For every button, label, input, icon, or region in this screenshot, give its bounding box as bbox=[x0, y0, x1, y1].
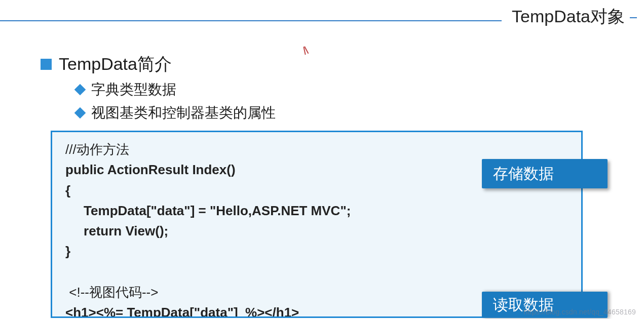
section-heading-row: TempData简介 bbox=[41, 53, 172, 76]
code-line-8: <!--视图代码--> bbox=[65, 285, 158, 300]
code-line-1: ///动作方法 bbox=[65, 142, 129, 157]
code-line-3: { bbox=[65, 183, 70, 198]
section-heading: TempData简介 bbox=[59, 53, 172, 76]
diamond-bullet-icon bbox=[74, 84, 86, 96]
badge-store-data: 存储数据 bbox=[482, 159, 608, 188]
bullet-text-2: 视图基类和控制器基类的属性 bbox=[91, 103, 276, 123]
cursor-mark-icon bbox=[302, 45, 312, 56]
square-bullet-icon bbox=[41, 59, 52, 70]
code-line-4: TempData["data"] = "Hello,ASP.NET MVC"; bbox=[65, 203, 351, 218]
page-title: TempData对象 bbox=[512, 5, 637, 28]
badge-read-data: 读取数据 bbox=[482, 292, 608, 318]
code-line-2: public ActionResult Index() bbox=[65, 162, 236, 177]
bullet-row-1: 字典类型数据 bbox=[76, 80, 176, 99]
code-line-6: } bbox=[65, 244, 70, 259]
bullet-text-1: 字典类型数据 bbox=[91, 80, 176, 99]
code-line-5: return View(); bbox=[65, 223, 168, 238]
diamond-bullet-icon bbox=[74, 107, 86, 119]
top-divider bbox=[0, 20, 502, 21]
bullet-row-2: 视图基类和控制器基类的属性 bbox=[76, 103, 276, 123]
code-line-9: <h1><%= TempData["data"] %></h1> bbox=[65, 305, 299, 318]
